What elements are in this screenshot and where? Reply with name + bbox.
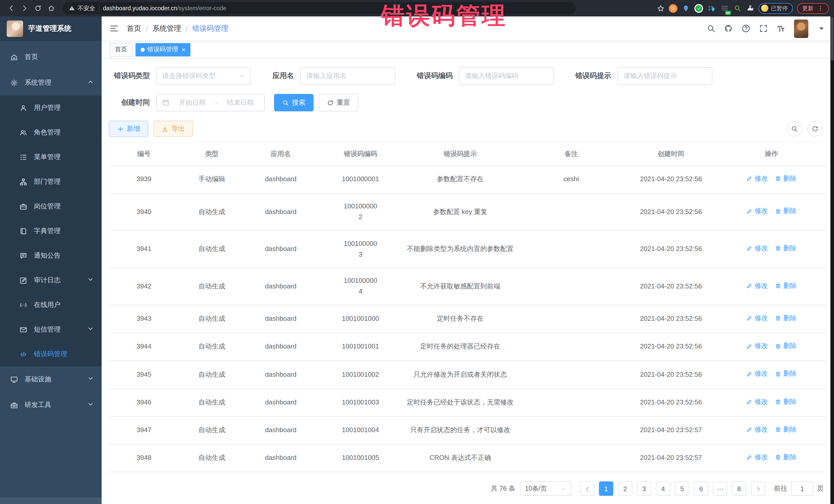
sidebar-item-user-mgmt[interactable]: 用户管理 (0, 95, 102, 120)
sidebar-item-online-users[interactable]: 在线用户 (0, 292, 102, 317)
sidebar-item-infrastructure[interactable]: 基础设施 (0, 367, 102, 392)
error-code-input[interactable]: 请输入错误码编码 (459, 67, 554, 85)
add-button[interactable]: 新增 (109, 120, 148, 137)
hamburger-icon[interactable] (110, 24, 118, 33)
error-type-select[interactable]: 请选择错误码类型 (156, 67, 251, 85)
app-logo-row[interactable]: 芋道管理系统 (0, 17, 102, 41)
tag-home[interactable]: 首页 (110, 43, 132, 56)
next-page-button[interactable] (751, 481, 765, 496)
extension-orange-icon[interactable] (669, 4, 678, 13)
delete-link[interactable]: 删除 (775, 341, 797, 352)
start-date-placeholder[interactable]: 开始日期 (174, 98, 211, 107)
cell-type: 自动生成 (179, 333, 245, 360)
table-row: 3941自动生成dashboard1001000003不能删除类型为系统内置的参… (109, 231, 827, 268)
table-row: 3943自动生成dashboard1001001000定时任务不存在2021-0… (109, 305, 827, 333)
app-name-input[interactable]: 请输入应用名 (300, 67, 395, 85)
delete-link[interactable]: 删除 (775, 452, 797, 463)
sidebar-item-dev-tools[interactable]: 研发工具 (0, 392, 102, 418)
github-icon[interactable] (724, 24, 733, 33)
extension-search-icon[interactable] (733, 4, 742, 13)
date-range-picker[interactable]: 开始日期 - 结束日期 (156, 94, 265, 111)
browser-forward-icon[interactable] (19, 2, 31, 14)
app-name-placeholder: 请输入应用名 (306, 71, 347, 81)
edit-link[interactable]: 修改 (746, 313, 768, 324)
search-button[interactable]: 搜索 (274, 94, 313, 111)
sidebar-item-home[interactable]: 首页 (0, 44, 102, 70)
sidebar-item-notice[interactable]: 通知公告 (0, 243, 102, 268)
edit-link[interactable]: 修改 (746, 396, 768, 407)
browser-back-icon[interactable] (5, 2, 18, 14)
page-button-5[interactable]: 5 (675, 481, 689, 496)
sidebar-item-role-mgmt[interactable]: 角色管理 (0, 120, 102, 145)
breadcrumb-home[interactable]: 首页 (127, 24, 141, 33)
browser-home-icon[interactable] (45, 2, 58, 14)
delete-link[interactable]: 删除 (775, 424, 797, 435)
page-size-select[interactable]: 10条/页 (520, 481, 571, 496)
export-button[interactable]: 导出 (153, 120, 193, 137)
close-icon[interactable]: × (182, 46, 185, 52)
delete-link[interactable]: 删除 (775, 206, 797, 217)
user-avatar[interactable] (794, 19, 808, 38)
extension-pin-icon[interactable] (682, 4, 690, 13)
sidebar-item-sms-mgmt[interactable]: 短信管理 (0, 317, 102, 342)
extension-check-icon[interactable] (695, 4, 703, 13)
address-bar[interactable]: 不安全 dashboard.yudao.iocoder.cn/system/er… (63, 2, 576, 14)
edit-link[interactable]: 修改 (746, 369, 768, 379)
delete-link[interactable]: 删除 (775, 396, 797, 407)
page-button-4[interactable]: 4 (656, 481, 670, 496)
show-search-toggle-button[interactable] (787, 121, 802, 136)
edit-link[interactable]: 修改 (746, 281, 768, 291)
sidebar-item-system-mgmt[interactable]: 系统管理 (0, 70, 102, 95)
extension-grid-icon[interactable] (707, 4, 716, 13)
page-button-1[interactable]: 1 (599, 481, 613, 496)
page-scrollbar[interactable] (830, 17, 834, 504)
delete-link[interactable]: 删除 (775, 174, 797, 184)
edit-link[interactable]: 修改 (746, 206, 768, 217)
error-msg-input[interactable]: 请输入错误码提示 (617, 67, 712, 85)
delete-link[interactable]: 删除 (775, 369, 797, 379)
page-button-3[interactable]: 3 (637, 481, 651, 496)
security-chip[interactable]: 不安全 (69, 4, 95, 12)
bookmark-star-icon[interactable] (657, 4, 665, 12)
prev-page-button[interactable] (580, 481, 594, 496)
cell-msg: 参数配置不存在 (404, 166, 517, 193)
fullscreen-icon[interactable] (759, 24, 768, 33)
edit-link[interactable]: 修改 (746, 341, 768, 352)
breadcrumb-system[interactable]: 系统管理 (152, 24, 181, 33)
edit-link[interactable]: 修改 (746, 243, 768, 254)
page-button-6[interactable]: 6 (694, 481, 708, 496)
reset-button[interactable]: 重置 (319, 94, 358, 111)
sidebar-item-dict-mgmt[interactable]: 字典管理 (0, 219, 102, 243)
sidebar-item-audit-log[interactable]: 审计日志 (0, 268, 102, 292)
delete-link[interactable]: 删除 (775, 313, 797, 324)
font-size-icon[interactable] (776, 24, 785, 33)
tag-error-code-mgmt[interactable]: 错误码管理× (135, 43, 191, 56)
end-date-placeholder[interactable]: 结束日期 (222, 98, 259, 107)
browser-update-menu[interactable]: 更新 (797, 3, 829, 14)
page-button-8[interactable]: 8 (732, 481, 746, 496)
edit-link[interactable]: 修改 (746, 452, 768, 463)
scrollbar-thumb[interactable] (831, 17, 833, 61)
extensions-puzzle-icon[interactable] (746, 4, 754, 13)
page-button-2[interactable]: 2 (618, 481, 632, 496)
sidebar-item-dept-mgmt[interactable]: 部门管理 (0, 169, 102, 194)
sidebar-item-error-code-mgmt[interactable]: 错误码管理 (0, 342, 102, 367)
edit-link[interactable]: 修改 (746, 174, 768, 184)
edit-link[interactable]: 修改 (746, 424, 768, 435)
sidebar-item-post-mgmt[interactable]: 岗位管理 (0, 194, 102, 219)
delete-link[interactable]: 删除 (775, 243, 797, 254)
help-icon[interactable] (742, 24, 750, 33)
refresh-table-button[interactable] (807, 121, 823, 136)
chevron-down-icon[interactable] (817, 24, 826, 33)
profile-paused-pill[interactable]: 已暂停 (759, 3, 793, 14)
page-ellipsis-button[interactable]: ··· (713, 481, 727, 496)
browser-reload-icon[interactable] (32, 2, 44, 14)
cell-memo (517, 361, 626, 389)
goto-page-input[interactable]: 1 (791, 481, 813, 496)
extension-tabs-icon[interactable]: on (720, 4, 729, 13)
delete-link[interactable]: 删除 (775, 281, 797, 291)
sidebar-item-menu-mgmt[interactable]: 菜单管理 (0, 145, 102, 169)
error-code-table: 编号 类型 应用名 错误码编码 错误码提示 备注 创建时间 操作 3939手动编… (109, 142, 827, 472)
cell-memo (517, 305, 626, 333)
search-icon[interactable] (707, 24, 716, 33)
